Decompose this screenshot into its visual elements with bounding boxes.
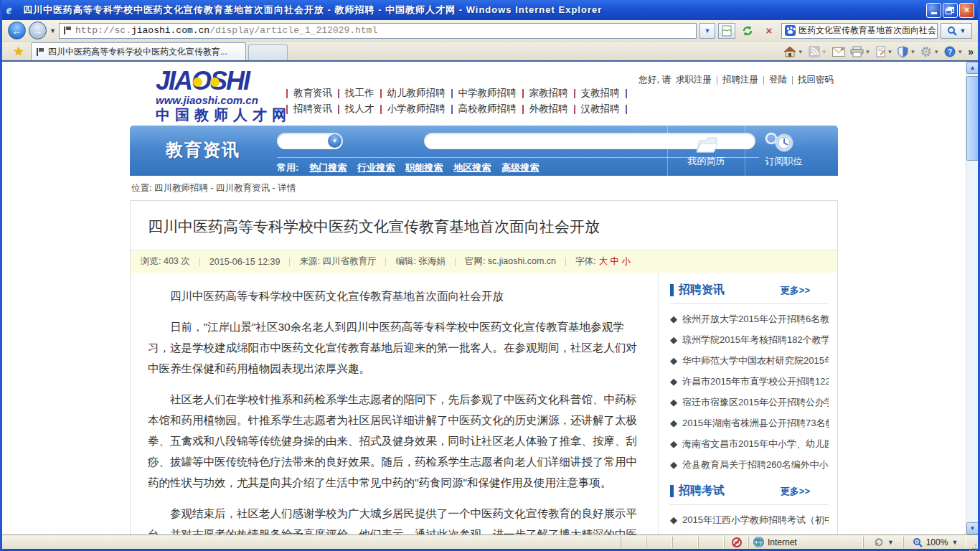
- link-function-search[interactable]: 职能搜索: [405, 161, 443, 174]
- meta-source: 来源: 四川省教育厅: [299, 255, 376, 268]
- tools-menu-button[interactable]: ▼: [920, 46, 939, 57]
- article-sidebar: 招聘资讯 更多>> ◆徐州开放大学2015年公开招聘6名教师. ◆琼州学院201…: [658, 273, 837, 534]
- nav-link-find-job[interactable]: 找工作: [345, 87, 374, 100]
- close-button[interactable]: ×: [959, 3, 974, 18]
- refresh-button[interactable]: [738, 22, 757, 39]
- url-dropdown-button[interactable]: ▼: [699, 23, 715, 39]
- link-recruiter-register[interactable]: 招聘注册: [722, 74, 758, 86]
- search-dropdown-icon[interactable]: ▼: [960, 27, 966, 34]
- list-item[interactable]: ◆琼州学院2015年考核招聘182个教学科: [670, 329, 829, 350]
- nav-link-find-talent[interactable]: 找人才: [345, 103, 374, 116]
- new-tab-button[interactable]: [248, 44, 288, 60]
- compatibility-view-button[interactable]: [718, 23, 735, 39]
- restore-button[interactable]: [943, 3, 958, 18]
- nav-link-college[interactable]: 高校教师招聘: [458, 103, 517, 116]
- nav-link-middle-school[interactable]: 中学教师招聘: [458, 87, 517, 100]
- article-paragraph: 参观结束后，社区老人们感谢学校为广大城乡居民提供了一个中医药文化宣传教育的良好展…: [148, 503, 644, 534]
- link-region-search[interactable]: 地区搜索: [453, 161, 491, 174]
- protected-mode-dropdown-icon[interactable]: ▼: [887, 539, 894, 546]
- link-industry-search[interactable]: 行业搜索: [357, 161, 395, 174]
- site-logo[interactable]: JIAOSHI www.jiaoshi.com.cn 中国教师人才网: [156, 68, 291, 123]
- link-login[interactable]: 登陆: [769, 74, 787, 86]
- nav-link-tutor[interactable]: 家教招聘: [529, 87, 568, 100]
- link-recover-password[interactable]: 找回密码: [798, 74, 834, 86]
- font-size-options[interactable]: 大 中 小: [599, 255, 631, 268]
- nav-link-kindergarten[interactable]: 幼儿教师招聘: [387, 87, 446, 100]
- clock-icon: [774, 133, 794, 154]
- popup-blocked-pane[interactable]: [724, 537, 748, 548]
- home-button[interactable]: ▼: [783, 46, 804, 57]
- my-resume-label: 我的简历: [688, 155, 725, 168]
- help-menu-button[interactable]: ? ▼: [944, 46, 963, 57]
- link-jobseeker-register[interactable]: 求职注册: [676, 74, 712, 86]
- svg-text:?: ?: [948, 48, 952, 56]
- subscribe-jobs-button[interactable]: 订阅职位: [745, 126, 822, 176]
- feeds-button[interactable]: ▼: [809, 46, 827, 57]
- history-dropdown-icon[interactable]: ▼: [50, 27, 56, 34]
- link-hot-search[interactable]: 热门搜索: [309, 161, 347, 174]
- page-menu-button[interactable]: ▼: [876, 46, 893, 57]
- window-title: 四川中医药高等专科学校中医药文化宣传教育基地首次面向社会开放 - 教师招聘 - …: [23, 4, 926, 17]
- sidebar-section-recruit-news: 招聘资讯 更多>>: [670, 283, 829, 304]
- logo-chinese-name: 中国教师人才网: [156, 106, 291, 123]
- search-go-button[interactable]: ▼: [941, 23, 972, 39]
- safety-menu-button[interactable]: ▼: [897, 46, 915, 57]
- browser-viewport: JIAOSHI www.jiaoshi.com.cn 中国教师人才网 教育资讯 …: [2, 62, 978, 534]
- active-tab[interactable]: 四川中医药高等专科学校中医药文化宣传教育...: [31, 42, 246, 60]
- diamond-bullet-icon: ◆: [670, 459, 677, 470]
- sidebar-section-title: 招聘考试: [679, 484, 781, 499]
- minimize-button[interactable]: [926, 3, 941, 18]
- url-field[interactable]: http://sc.jiaoshi.com.cn/display/article…: [59, 23, 697, 39]
- nav-link-edu-news[interactable]: 教育资讯: [293, 87, 332, 100]
- back-button[interactable]: ←: [8, 22, 26, 39]
- favorites-button[interactable]: ★: [6, 42, 31, 60]
- list-item[interactable]: ◆宿迁市宿豫区2015年公开招聘公办学...: [670, 392, 829, 413]
- list-item[interactable]: ◆沧县教育局关于招聘260名编外中小学.: [670, 454, 829, 475]
- status-pane: [621, 537, 646, 548]
- meta-font-label: 字体:: [575, 255, 595, 268]
- category-dropdown-icon[interactable]: ▼: [328, 134, 341, 148]
- link-advanced-search[interactable]: 高级搜索: [501, 161, 539, 174]
- diamond-bullet-icon: ◆: [670, 418, 677, 428]
- list-item[interactable]: ◆2015年湖南省株洲县公开招聘73名教师: [670, 413, 829, 433]
- zoom-dropdown-icon[interactable]: ▼: [951, 539, 958, 546]
- zoom-pane[interactable]: 100% ▼: [903, 537, 966, 548]
- diamond-bullet-icon: ◆: [670, 314, 677, 324]
- nav-link-foreign-teacher[interactable]: 外教招聘: [529, 103, 568, 116]
- forward-button[interactable]: →: [29, 22, 47, 39]
- nav-link-recruit-news[interactable]: 招聘资讯: [293, 103, 332, 116]
- scroll-down-icon[interactable]: ▼: [966, 522, 978, 534]
- toolbar-overflow-icon[interactable]: »: [968, 46, 974, 57]
- list-item[interactable]: ◆2015年重庆市教育系统人员招聘考试(..: [670, 530, 829, 534]
- greeting-text: 您好, 请: [639, 74, 671, 86]
- list-item[interactable]: ◆许昌市2015年市直学校公开招聘122名: [670, 371, 829, 392]
- nav-link-chinese-teacher[interactable]: 汉教招聘: [581, 103, 620, 116]
- read-mail-button[interactable]: [832, 47, 845, 57]
- article-paragraph: 四川中医药高等专科学校中医药文化宣传教育基地首次面向社会开放: [148, 286, 644, 306]
- list-item[interactable]: ◆海南省文昌市2015年中小学、幼儿园...: [670, 433, 829, 454]
- nav-link-volunteer[interactable]: 支教招聘: [581, 87, 620, 100]
- print-button[interactable]: ▼: [850, 46, 871, 57]
- more-link[interactable]: 更多>>: [781, 284, 810, 297]
- nav-link-primary-school[interactable]: 小学教师招聘: [387, 103, 446, 116]
- meta-views: 浏览: 403 次: [141, 255, 190, 268]
- protected-mode-pane[interactable]: ▼: [863, 537, 903, 548]
- ie-logo-icon: e: [6, 4, 19, 17]
- list-item[interactable]: ◆2015年江西小学教师招聘考试（初中...: [670, 509, 829, 530]
- subscribe-jobs-label: 订阅职位: [765, 155, 803, 168]
- search-box[interactable]: 医药文化宣传教育基地首次面向社会开放: [781, 23, 938, 39]
- my-resume-button[interactable]: 我的简历: [667, 126, 745, 176]
- more-link[interactable]: 更多>>: [781, 485, 810, 498]
- address-bar: ← → ▼ http://sc.jiaoshi.com.cn/display/a…: [2, 20, 978, 42]
- vertical-scrollbar[interactable]: ▲ ▼: [966, 62, 978, 534]
- search-category-select[interactable]: ▼: [277, 133, 343, 149]
- resize-grip[interactable]: [968, 537, 978, 547]
- article-paragraph: 社区老人们在学校针推系和药检系学生志愿者的陪同下，先后参观了中医药文化科普馆、中…: [148, 389, 644, 493]
- scroll-up-icon[interactable]: ▲: [966, 62, 978, 74]
- scrollbar-thumb[interactable]: [966, 76, 978, 161]
- list-item[interactable]: ◆华中师范大学中国农村研究院2015年...: [670, 350, 829, 371]
- tabs-bar: ★ 四川中医药高等专科学校中医药文化宣传教育... ▼ ▼ ▼: [2, 42, 978, 62]
- stop-button[interactable]: ×: [760, 22, 778, 39]
- sidebar-section-title: 招聘资讯: [679, 283, 781, 298]
- list-item[interactable]: ◆徐州开放大学2015年公开招聘6名教师.: [670, 309, 829, 329]
